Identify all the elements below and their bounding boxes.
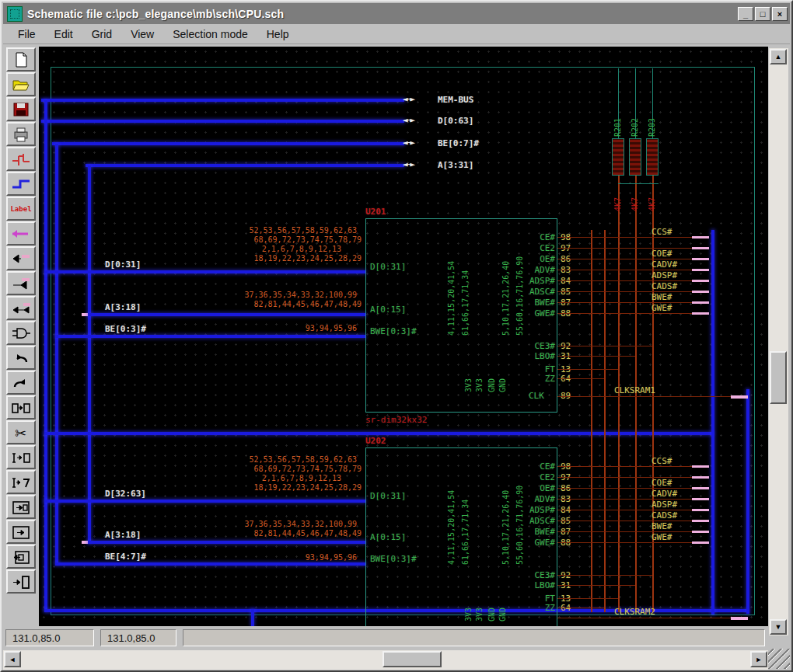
wire-line [557,477,709,478]
wire-line [52,142,404,145]
scroll-right-button[interactable]: ► [750,651,767,667]
wire-extend-left-button[interactable] [6,246,36,270]
wire-end-marker [692,487,709,489]
wire-line [557,499,709,500]
wire-end-marker [731,395,748,399]
wire-line [557,313,709,314]
resistor-value: 4K7 [613,180,622,211]
cut-button[interactable]: ✂ [6,420,36,444]
menu-item-help[interactable]: Help [260,26,296,42]
menu-item-view[interactable]: View [124,26,161,42]
power-pin-label: GND [498,352,507,392]
wire-end-marker [692,465,709,468]
status-coordinates-2: 131.0,85.0 [100,629,176,646]
wire-line [88,165,91,542]
component-ref: U202 [365,436,386,446]
redo-button[interactable] [6,371,36,395]
power-pin-label: GND [487,581,496,622]
menu-item-file[interactable]: File [11,26,43,42]
import-block-button[interactable] [6,470,36,494]
pin-name: ADV# [515,494,555,504]
scroll-left-button[interactable]: ◄ [4,651,21,667]
save-file-icon [10,100,32,119]
add-gate-button[interactable] [6,321,36,345]
menu-bar: FileEditGridViewSelection modeHelp [3,24,790,44]
pin-number-cluster: 37,36,35,34,33,32,100,9982,81,44,45,46,4… [237,291,362,309]
pin-number-cluster: 93,94,95,96 [280,324,362,333]
wire-line [88,313,365,316]
pin-name: CE# [515,461,555,472]
vertical-scrollbar[interactable]: ▲ ▼ [769,48,788,635]
open-file-icon [10,75,32,94]
pin-name: BWE# [515,298,555,308]
status-message [183,629,765,646]
bus-net-label: BE[4:7]# [105,552,146,562]
zoom-out-button[interactable] [6,545,36,569]
pin-name: OE# [515,483,555,493]
pin-name: CE# [515,232,555,242]
pan-view-button[interactable] [6,520,36,544]
wire-line [88,541,365,544]
wire-line [251,609,254,626]
wire-extend-both-button[interactable] [6,296,36,320]
net-label: COE# [652,249,672,259]
undo-icon [10,349,32,367]
minimize-button[interactable]: _ [738,7,753,21]
wire-line [557,237,709,238]
menu-item-selection-mode[interactable]: Selection mode [166,26,255,42]
print-button[interactable] [6,122,36,146]
view-full-button[interactable] [6,569,36,594]
net-label: CCS# [652,456,672,466]
scroll-down-button[interactable]: ▼ [770,619,787,635]
net-label: CADV# [652,259,677,270]
pin-number-cluster: 37,36,35,34,33,32,100,9982,81,44,45,46,4… [237,520,362,538]
hscroll-thumb[interactable] [383,651,442,667]
open-file-button[interactable] [6,72,36,96]
pin-name: CLK [529,391,544,401]
resize-grip[interactable] [768,649,790,669]
new-file-button[interactable] [6,47,36,71]
add-bus-button[interactable] [6,172,36,196]
net-label: GWE# [652,303,672,313]
net-label: COE# [652,478,672,488]
undo-button[interactable] [6,346,36,370]
inner-pin-column: 61,66,17,71,34 [461,460,470,565]
bus-arrow-symbol: ◄─► [403,94,414,104]
wire-end-marker [692,541,709,544]
top-bus-label: D[0:63] [438,116,473,126]
copy-block-button[interactable] [6,395,36,420]
pin-name: BWE[0:3]# [370,326,417,336]
add-wire-label-button[interactable] [6,221,36,245]
add-wire-label-icon [10,225,32,243]
add-wire-button[interactable] [6,147,36,171]
resistor-value: 4K7 [631,180,639,211]
wire-extend-left-icon [10,249,32,268]
wire-line [746,389,749,614]
wire-line [557,575,652,576]
move-block-button[interactable] [6,445,36,469]
power-pin-label: GND [487,352,496,392]
scroll-up-button[interactable]: ▲ [770,49,787,64]
wire-line [557,542,709,543]
wire-line [711,230,714,615]
close-button[interactable]: × [772,7,788,21]
net-label: CCS# [652,227,672,237]
pin-number-line: 52,53,56,57,58,59,62,63 [194,226,362,235]
net-label: ADSP# [652,270,677,280]
bus-arrow-symbol: ◄─► [403,159,414,169]
wire-line [557,346,652,346]
zoom-area-button[interactable] [6,495,36,519]
wire-line [557,521,709,521]
menu-item-grid[interactable]: Grid [85,26,119,42]
add-label-button[interactable]: Label [6,197,36,221]
schematic-canvas[interactable]: ◄─►MEM-BUS◄─►D[0:63]◄─►BE[0:7]#◄─►A[3:31… [39,47,768,626]
menu-item-edit[interactable]: Edit [47,26,80,42]
save-file-button[interactable] [6,97,36,121]
vscroll-thumb[interactable] [770,351,787,404]
wire-extend-right-button[interactable] [6,271,36,295]
maximize-button[interactable]: □ [755,7,770,21]
pan-view-icon [10,523,32,541]
horizontal-scrollbar[interactable]: ◄ ► [3,650,768,670]
wire-line [557,531,709,532]
view-full-icon [10,573,32,591]
